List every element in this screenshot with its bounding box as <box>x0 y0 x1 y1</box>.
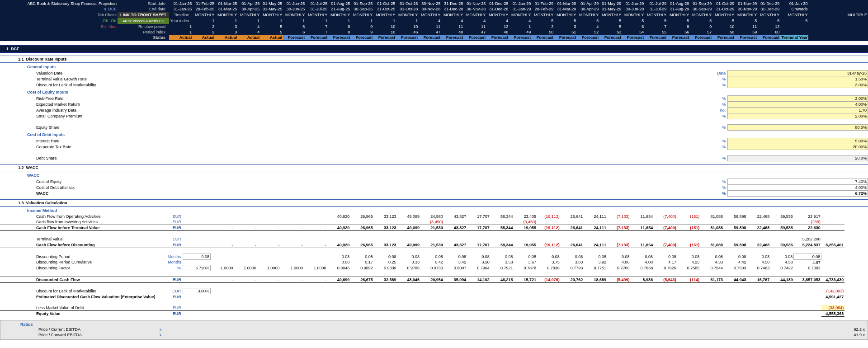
price-current-ebitda: 92.2 x <box>843 327 866 332</box>
ratios-box: Ratios Price / Current EBITDAx92.2 x Pri… <box>0 320 868 340</box>
cost-of-equity: 7.40% <box>728 179 868 185</box>
cod-inputs-hd: Cost of Debt Inputs <box>0 131 868 138</box>
small-company-premium[interactable]: 2.00% <box>728 113 868 119</box>
valuation-table: Cash Flow from Operating ActivitiesEUR40… <box>0 214 868 317</box>
section-1-2: 1.2 WACC <box>0 164 868 171</box>
dlom-input[interactable]: 3.00% <box>728 82 868 88</box>
workbook-title: ABC Book & Stationary Shop Financial Pro… <box>0 1 118 6</box>
file-checks-status: All file checks & alerts OK <box>118 18 169 24</box>
section-1: 1 DCF <box>0 45 868 53</box>
wacc-hd: WACC <box>0 171 868 179</box>
industry-beta[interactable]: 1.70 <box>728 108 868 113</box>
coe-inputs-hd: Cost of Equity Inputs <box>0 88 868 95</box>
header: ABC Book & Stationary Shop Financial Pro… <box>0 0 868 41</box>
corporate-tax-rate[interactable]: 20.00% <box>728 144 868 150</box>
wacc-value: 6.72% <box>728 191 868 197</box>
link-front-sheet[interactable]: LINK TO FRONT SHEET <box>118 12 169 18</box>
price-forward-ebitda: 41.9 x <box>843 332 866 338</box>
expected-market-return[interactable]: 4.00% <box>728 102 868 108</box>
general-inputs-hd: General Inputs <box>0 63 868 70</box>
income-method-hd: Income Method <box>0 207 868 214</box>
cost-of-debt-after-tax: 4.00% <box>728 185 868 191</box>
section-1-3: 1.3 Valuation Calculation <box>0 199 868 207</box>
tv-growth-rate[interactable]: 1.50% <box>728 76 868 82</box>
section-1-1: 1.1 Discount Rate Inputs <box>0 56 868 63</box>
debt-share: 20.0% <box>728 155 868 161</box>
sheet-name: o_DCF <box>0 6 118 12</box>
interest-rate[interactable]: 5.00% <box>728 138 868 144</box>
valuation-date[interactable]: 31-May-25 <box>728 71 868 76</box>
risk-free-rate[interactable]: 2.00% <box>728 96 868 102</box>
equity-share[interactable]: 80.0% <box>728 125 868 131</box>
